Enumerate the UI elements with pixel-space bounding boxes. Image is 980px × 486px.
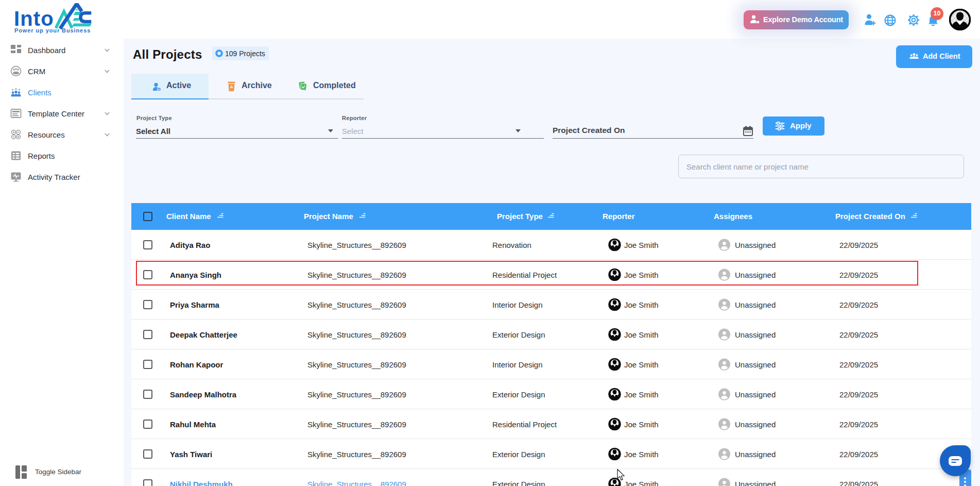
- svg-text:Into: Into: [14, 7, 54, 30]
- svg-text:Power up your Business: Power up your Business: [14, 27, 91, 33]
